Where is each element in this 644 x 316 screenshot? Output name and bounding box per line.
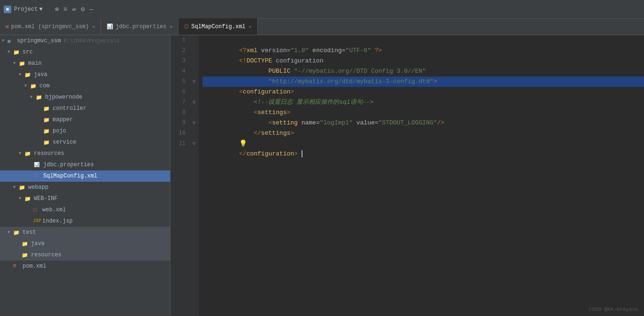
com-folder-icon: 📁 xyxy=(30,83,38,89)
tree-item-com[interactable]: ▼ 📁 com xyxy=(0,80,170,92)
root-label: springmvc_ssm xyxy=(17,38,61,44)
pojo-label: pojo xyxy=(53,128,66,134)
settings-close: settings xyxy=(261,130,290,137)
bracket-9b: > xyxy=(290,130,294,137)
setting-tag: setting xyxy=(272,119,298,126)
icon-sort[interactable]: ≡ xyxy=(63,6,67,13)
root-folder-icon: ▣ xyxy=(8,38,15,44)
lightbulb-icon[interactable]: 💡 xyxy=(239,140,247,147)
tag-xml: xml xyxy=(247,47,257,54)
service-folder-icon: 📁 xyxy=(43,139,51,145)
tab-pom-close[interactable]: ✕ xyxy=(92,24,95,30)
sql-icon: ⬡ xyxy=(184,23,189,30)
bjpowernode-folder-icon: 📁 xyxy=(36,94,43,100)
line7-indent xyxy=(239,109,254,116)
tree-root[interactable]: ▼ ▣ springmvc_ssm E:\IDEA\Projects\s xyxy=(0,35,170,46)
icon-expand[interactable]: ⇌ xyxy=(72,5,76,13)
comment-6: <!--设置日志 显示相应操作的sql语句--> xyxy=(254,99,373,106)
title-bar: ▣ Project ▼ ⊕ ≡ ⇌ ⚙ — xyxy=(0,0,644,19)
tree-item-jdbc-props[interactable]: 📊 jdbc.properties xyxy=(0,159,170,170)
indexjsp-icon: JSP xyxy=(33,218,40,224)
eq-8b: = xyxy=(375,119,379,126)
line8-indent xyxy=(239,119,268,126)
tree-item-test-resources[interactable]: 📁 resources xyxy=(0,249,170,261)
tree-item-webinf[interactable]: ▼ 📁 WEB-INF xyxy=(0,193,170,204)
attr-name: name xyxy=(302,119,316,126)
tree-item-test[interactable]: ▼ 📁 test xyxy=(0,227,170,238)
icon-scope[interactable]: ⊕ xyxy=(55,5,59,13)
gutter-11[interactable]: ▽ xyxy=(189,139,199,149)
icon-settings[interactable]: ⚙ xyxy=(81,5,85,13)
doctype-tag: DOCTYPE xyxy=(247,57,272,64)
controller-folder-icon: 📁 xyxy=(43,106,51,111)
project-sidebar: ▼ ▣ springmvc_ssm E:\IDEA\Projects\s ▼ 📁… xyxy=(0,35,171,316)
tree-item-pomxml[interactable]: m pom.xml xyxy=(0,261,170,272)
editor-gutter: ▽ ▽ ▽ ▽ xyxy=(189,35,199,316)
pom-icon: m xyxy=(6,24,9,30)
bjpowernode-label: bjpowernode xyxy=(45,94,82,100)
tree-item-main[interactable]: ▼ 📁 main xyxy=(0,58,170,69)
tree-item-service[interactable]: 📁 service xyxy=(0,137,170,148)
tree-item-resources[interactable]: ▼ 📁 resources xyxy=(0,148,170,159)
line-num-8: 8 xyxy=(174,108,186,118)
gutter-8 xyxy=(189,108,199,118)
icon-minimize[interactable]: — xyxy=(89,6,93,13)
tree-item-webxml[interactable]: ⬡ web.xml xyxy=(0,204,170,216)
gutter-7[interactable]: ▽ xyxy=(189,97,199,108)
line-num-11: 11 xyxy=(174,139,186,149)
bracket-11a: </ xyxy=(239,150,247,157)
tree-item-indexjsp[interactable]: JSP index.jsp xyxy=(0,216,170,227)
tree-item-bjpowernode[interactable]: ▼ 📁 bjpowernode xyxy=(0,92,170,103)
tree-item-src[interactable]: ▼ 📁 src xyxy=(0,46,170,58)
code-content[interactable]: <?xml version="1.0" encoding="UTF-8" ?> … xyxy=(199,35,644,316)
line-num-10: 10 xyxy=(174,128,186,139)
attr-version: version xyxy=(261,47,287,54)
title-bar-left: ▣ Project ▼ ⊕ ≡ ⇌ ⚙ — xyxy=(4,5,93,13)
gutter-5[interactable]: ▽ xyxy=(189,77,199,87)
doctype-name: configuration xyxy=(276,57,323,64)
line-num-7: 7 xyxy=(174,97,186,108)
val-logimpl: "logImpl" xyxy=(320,119,353,126)
com-arrow: ▼ xyxy=(24,84,30,88)
webinf-label: WEB-INF xyxy=(34,195,57,202)
tree-item-webapp[interactable]: ▼ 📁 webapp xyxy=(0,182,170,193)
tab-pom[interactable]: m pom.xml (springmvc_ssm) ✕ xyxy=(0,18,101,35)
mapper-folder-icon: 📁 xyxy=(43,117,51,123)
line-num-6: 6 xyxy=(174,87,186,97)
gutter-3 xyxy=(189,56,199,66)
tab-sql[interactable]: ⬡ SqlMapConfig.xml ✕ xyxy=(178,18,257,35)
val-enc: "UTF-8" xyxy=(345,47,371,54)
pomxml-icon: m xyxy=(13,263,21,269)
resources-arrow: ▼ xyxy=(19,151,24,156)
tab-sql-label: SqlMapConfig.xml xyxy=(191,23,245,30)
gutter-9[interactable]: ▽ xyxy=(189,118,199,128)
tab-jdbc-close[interactable]: ✕ xyxy=(170,24,172,30)
tree-item-mapper[interactable]: 📁 mapper xyxy=(0,114,170,125)
tree-item-controller[interactable]: 📁 controller xyxy=(0,103,170,114)
bracket-7a: < xyxy=(254,109,257,116)
jdbc-icon: 📊 xyxy=(107,23,113,30)
gutter-2 xyxy=(189,46,199,56)
src-label: src xyxy=(23,49,33,55)
test-resources-label: resources xyxy=(31,252,62,258)
tree-item-pojo[interactable]: 📁 pojo xyxy=(0,125,170,137)
java-arrow: ▼ xyxy=(19,72,24,77)
jdbc-props-icon: 📊 xyxy=(34,162,41,168)
resources-label: resources xyxy=(34,150,64,157)
project-dropdown[interactable]: Project ▼ xyxy=(14,6,43,13)
public-spaces xyxy=(239,68,268,75)
editor[interactable]: 1 2 3 4 5 6 7 8 9 10 11 ▽ ▽ xyxy=(171,35,644,316)
bjpowernode-arrow: ▼ xyxy=(30,95,36,100)
settings-open: settings xyxy=(257,109,287,116)
test-java-icon: 📁 xyxy=(22,241,29,247)
tree-item-sqlmap[interactable]: ⬡ SqlMapConfig.xml xyxy=(0,170,170,182)
test-label: test xyxy=(23,229,36,236)
code-line-11: </configuration> xyxy=(202,139,644,149)
tab-sql-close[interactable]: ✕ xyxy=(249,24,252,30)
tree-item-java[interactable]: ▼ 📁 java xyxy=(0,69,170,80)
test-folder-icon: 📁 xyxy=(13,230,21,235)
tree-item-test-java[interactable]: 📁 java xyxy=(0,238,170,249)
gutter-10 xyxy=(189,128,199,139)
com-label: com xyxy=(39,83,50,89)
tab-jdbc[interactable]: 📊 jdbc.properties ✕ xyxy=(101,18,178,35)
